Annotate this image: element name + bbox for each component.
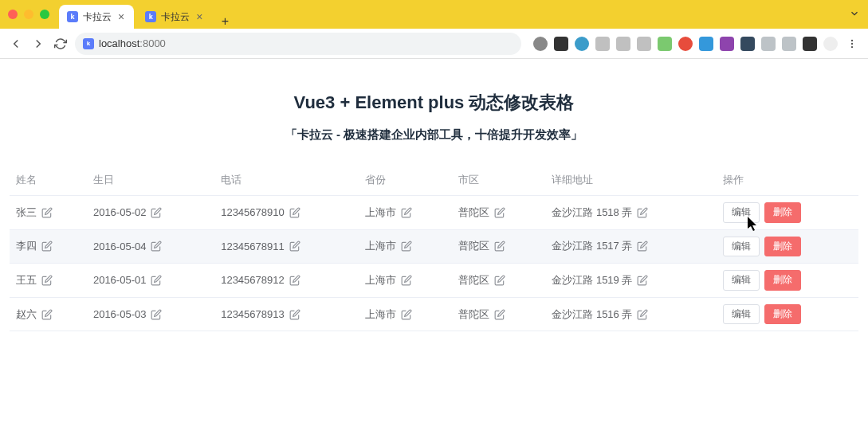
edit-icon[interactable] [41,207,53,218]
edit-icon[interactable] [494,207,505,218]
edit-button[interactable]: 编辑 [723,270,760,291]
cell-phone: 12345678913 [214,297,359,331]
cell-value: 12345678913 [221,308,285,320]
cell-value: 12345678911 [221,241,285,252]
table-row: 张三2016-05-0212345678910上海市普陀区金沙江路 1518 弄… [10,196,858,230]
cell-address: 金沙江路 1517 弄 [545,229,716,264]
edit-icon[interactable] [494,309,505,320]
edit-icon[interactable] [41,275,53,286]
new-tab-button[interactable]: + [215,14,234,29]
col-address: 详细地址 [545,165,716,196]
browser-tab-0[interactable]: k 卡拉云 × [59,5,134,29]
edit-icon[interactable] [289,309,300,320]
extension-icon[interactable] [637,37,651,51]
cell-name: 李四 [10,229,87,264]
cell-birthday: 2016-05-01 [87,264,214,298]
extension-icon[interactable] [554,37,568,51]
close-tab-icon[interactable]: × [194,10,204,23]
minimize-window-button[interactable] [24,10,33,19]
col-district: 市区 [452,165,545,196]
extension-icon[interactable] [616,37,630,51]
edit-icon[interactable] [637,275,648,286]
forward-button[interactable] [30,36,46,52]
cell-actions: 编辑删除 [717,229,858,264]
edit-icon[interactable] [289,275,300,286]
edit-icon[interactable] [637,241,648,252]
edit-icon[interactable] [151,309,162,320]
delete-button[interactable]: 删除 [764,237,801,257]
edit-icon[interactable] [637,207,648,218]
cell-actions: 编辑删除 [717,196,858,230]
extension-icon[interactable] [678,37,693,51]
cell-name: 王五 [10,264,87,298]
tab-label: 卡拉云 [161,10,190,24]
cell-value: 2016-05-02 [93,206,147,218]
col-actions: 操作 [717,165,858,196]
close-window-button[interactable] [8,10,18,19]
delete-button[interactable]: 删除 [764,270,801,291]
cell-value: 金沙江路 1519 弄 [552,273,632,287]
cell-province: 上海市 [359,196,452,230]
cell-value: 赵六 [16,307,37,322]
cell-value: 2016-05-01 [93,274,147,286]
edit-icon[interactable] [401,309,412,320]
cell-name: 赵六 [10,297,87,331]
extension-icon[interactable] [533,37,548,51]
cell-actions: 编辑删除 [717,297,858,331]
edit-button[interactable]: 编辑 [723,202,760,223]
edit-icon[interactable] [41,309,53,320]
cell-value: 金沙江路 1517 弄 [552,239,632,253]
cell-value: 上海市 [365,273,396,287]
extension-icon[interactable] [575,37,589,51]
maximize-window-button[interactable] [40,10,49,19]
cell-district: 普陀区 [452,196,545,230]
cell-phone: 12345678910 [214,196,359,230]
extension-icon[interactable] [761,37,776,51]
cell-value: 普陀区 [458,239,489,253]
browser-menu-button[interactable] [844,36,860,52]
edit-icon[interactable] [151,275,162,286]
edit-icon[interactable] [401,275,412,286]
reload-button[interactable] [53,36,69,52]
cell-value: 12345678912 [221,274,285,286]
edit-icon[interactable] [151,207,162,218]
edit-icon[interactable] [41,241,53,252]
delete-button[interactable]: 删除 [764,304,801,325]
extension-icon[interactable] [720,37,734,51]
page-subtitle: 「卡拉云 - 极速搭建企业内部工具，十倍提升开发效率」 [10,127,858,143]
edit-icon[interactable] [289,241,300,252]
edit-button[interactable]: 编辑 [723,237,760,257]
close-tab-icon[interactable]: × [116,10,126,23]
extension-icon[interactable] [699,37,713,51]
edit-icon[interactable] [401,241,412,252]
cell-value: 12345678910 [221,206,285,218]
extension-icon[interactable] [740,37,755,51]
cell-province: 上海市 [359,229,452,264]
back-button[interactable] [8,36,24,52]
address-bar[interactable]: k localhost:8000 [75,33,521,55]
edit-button[interactable]: 编辑 [723,304,760,325]
extension-icon[interactable] [823,37,838,51]
cell-value: 金沙江路 1516 弄 [552,307,632,322]
cell-value: 上海市 [365,239,396,253]
edit-icon[interactable] [494,275,505,286]
edit-icon[interactable] [151,241,162,252]
edit-icon[interactable] [401,207,412,218]
cell-value: 李四 [16,239,37,253]
edit-icon[interactable] [494,241,505,252]
browser-tab-1[interactable]: k 卡拉云 × [137,5,212,29]
chevron-down-icon[interactable] [849,8,868,22]
browser-titlebar: k 卡拉云 × k 卡拉云 × + [0,0,868,29]
extension-icon[interactable] [803,37,817,51]
extension-icon[interactable] [782,37,796,51]
tab-label: 卡拉云 [83,10,112,24]
table-header-row: 姓名 生日 电话 省份 市区 详细地址 操作 [10,165,858,196]
edit-icon[interactable] [289,207,300,218]
cell-birthday: 2016-05-04 [87,229,214,264]
cell-value: 2016-05-03 [93,308,147,320]
extension-icon[interactable] [658,37,672,51]
cell-value: 金沙江路 1518 弄 [552,205,632,220]
delete-button[interactable]: 删除 [764,202,801,223]
edit-icon[interactable] [637,309,648,320]
extension-icon[interactable] [595,37,610,51]
